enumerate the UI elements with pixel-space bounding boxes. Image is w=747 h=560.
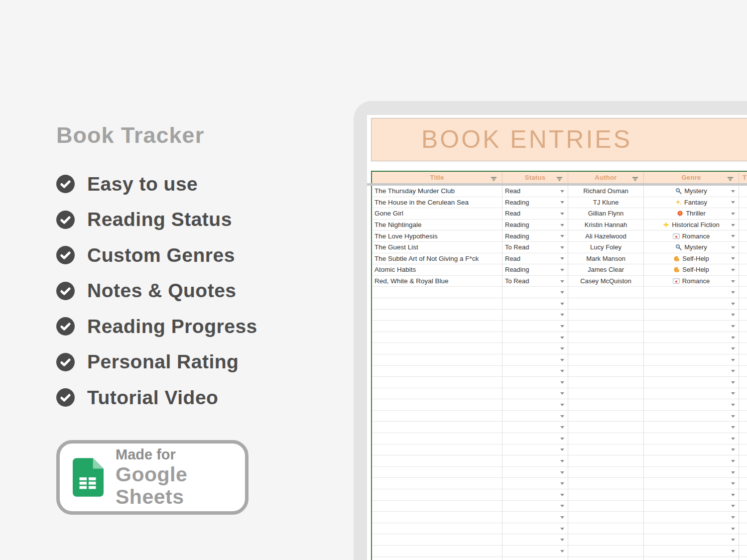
cell-author[interactable] — [568, 377, 644, 388]
cell-title[interactable]: Red, White & Royal Blue — [372, 276, 502, 287]
cell-genre[interactable] — [644, 298, 739, 309]
cell-author[interactable] — [568, 534, 644, 545]
cell-extra[interactable] — [739, 276, 747, 287]
cell-author[interactable] — [568, 422, 644, 433]
cell-status[interactable] — [502, 310, 568, 321]
dropdown-arrow-icon[interactable] — [731, 471, 735, 474]
dropdown-arrow-icon[interactable] — [731, 190, 735, 193]
cell-title[interactable] — [372, 445, 502, 455]
cell-author[interactable]: Kristin Hannah — [568, 220, 644, 230]
cell-genre[interactable] — [644, 399, 739, 410]
cell-genre[interactable] — [644, 411, 739, 422]
dropdown-arrow-icon[interactable] — [560, 257, 564, 260]
cell-extra[interactable] — [739, 467, 747, 478]
cell-title[interactable] — [372, 366, 502, 377]
dropdown-arrow-icon[interactable] — [560, 539, 564, 541]
dropdown-arrow-icon[interactable] — [731, 314, 735, 316]
column-header-genre[interactable]: Genre — [644, 172, 739, 183]
cell-genre[interactable] — [644, 455, 739, 466]
cell-status[interactable] — [502, 433, 568, 444]
cell-author[interactable] — [568, 411, 644, 422]
cell-genre[interactable] — [644, 489, 739, 500]
cell-extra[interactable] — [739, 230, 747, 241]
cell-genre[interactable]: Romance — [644, 230, 739, 241]
cell-genre[interactable] — [644, 422, 739, 433]
dropdown-arrow-icon[interactable] — [731, 528, 735, 530]
cell-title[interactable] — [372, 501, 502, 512]
dropdown-arrow-icon[interactable] — [560, 246, 564, 249]
dropdown-arrow-icon[interactable] — [731, 550, 735, 553]
dropdown-arrow-icon[interactable] — [731, 269, 735, 271]
cell-extra[interactable] — [739, 523, 747, 534]
cell-genre[interactable] — [644, 321, 739, 332]
cell-title[interactable] — [372, 433, 502, 444]
dropdown-arrow-icon[interactable] — [731, 438, 735, 440]
cell-author[interactable] — [568, 354, 644, 365]
cell-title[interactable] — [372, 467, 502, 478]
dropdown-arrow-icon[interactable] — [560, 550, 564, 553]
dropdown-arrow-icon[interactable] — [560, 303, 564, 305]
cell-title[interactable]: The Subtle Art of Not Giving a F*ck — [372, 253, 502, 264]
cell-extra[interactable] — [739, 445, 747, 455]
cell-status[interactable]: Read — [502, 253, 568, 264]
cell-extra[interactable] — [739, 557, 747, 560]
column-header-status[interactable]: Status — [502, 172, 568, 183]
cell-title[interactable] — [372, 557, 502, 560]
cell-status[interactable]: Reading — [502, 197, 568, 208]
cell-title[interactable] — [372, 399, 502, 410]
cell-genre[interactable] — [644, 546, 739, 557]
cell-genre[interactable] — [644, 388, 739, 399]
dropdown-arrow-icon[interactable] — [560, 482, 564, 485]
dropdown-arrow-icon[interactable] — [560, 213, 564, 215]
cell-genre[interactable] — [644, 310, 739, 321]
cell-status[interactable]: Reading — [502, 230, 568, 241]
cell-genre[interactable] — [644, 332, 739, 343]
dropdown-arrow-icon[interactable] — [731, 359, 735, 361]
cell-extra[interactable] — [739, 501, 747, 512]
dropdown-arrow-icon[interactable] — [560, 438, 564, 440]
cell-author[interactable] — [568, 399, 644, 410]
cell-title[interactable] — [372, 298, 502, 309]
cell-extra[interactable] — [739, 388, 747, 399]
cell-title[interactable]: Atomic Habits — [372, 264, 502, 275]
cell-genre[interactable] — [644, 534, 739, 545]
cell-extra[interactable] — [739, 208, 747, 219]
dropdown-arrow-icon[interactable] — [560, 359, 564, 361]
cell-author[interactable] — [568, 557, 644, 560]
dropdown-arrow-icon[interactable] — [731, 370, 735, 372]
dropdown-arrow-icon[interactable] — [560, 528, 564, 530]
cell-extra[interactable] — [739, 433, 747, 444]
cell-genre[interactable] — [644, 557, 739, 560]
cell-status[interactable]: Read — [502, 186, 568, 197]
cell-title[interactable]: The House in the Cerulean Sea — [372, 197, 502, 208]
dropdown-arrow-icon[interactable] — [731, 460, 735, 462]
cell-title[interactable]: The Thursday Murder Club — [372, 186, 502, 197]
dropdown-arrow-icon[interactable] — [560, 448, 564, 451]
cell-genre[interactable] — [644, 287, 739, 298]
cell-status[interactable] — [502, 534, 568, 545]
cell-status[interactable]: Read — [502, 208, 568, 219]
cell-genre[interactable] — [644, 354, 739, 365]
cell-extra[interactable] — [739, 455, 747, 466]
cell-genre[interactable] — [644, 366, 739, 377]
cell-genre[interactable]: Fantasy — [644, 197, 739, 208]
dropdown-arrow-icon[interactable] — [560, 224, 564, 226]
dropdown-arrow-icon[interactable] — [560, 494, 564, 496]
cell-author[interactable]: Mark Manson — [568, 253, 644, 264]
dropdown-arrow-icon[interactable] — [560, 404, 564, 406]
cell-author[interactable] — [568, 489, 644, 500]
dropdown-arrow-icon[interactable] — [731, 505, 735, 507]
dropdown-arrow-icon[interactable] — [560, 426, 564, 429]
dropdown-arrow-icon[interactable] — [731, 213, 735, 215]
dropdown-arrow-icon[interactable] — [731, 257, 735, 260]
dropdown-arrow-icon[interactable] — [731, 224, 735, 226]
cell-author[interactable]: Lucy Foley — [568, 242, 644, 253]
cell-author[interactable] — [568, 343, 644, 354]
cell-extra[interactable] — [739, 422, 747, 433]
dropdown-arrow-icon[interactable] — [560, 347, 564, 350]
cell-genre[interactable]: Self-Help — [644, 253, 739, 264]
cell-title[interactable] — [372, 489, 502, 500]
cell-author[interactable]: James Clear — [568, 264, 644, 275]
cell-extra[interactable] — [739, 399, 747, 410]
dropdown-arrow-icon[interactable] — [560, 460, 564, 462]
